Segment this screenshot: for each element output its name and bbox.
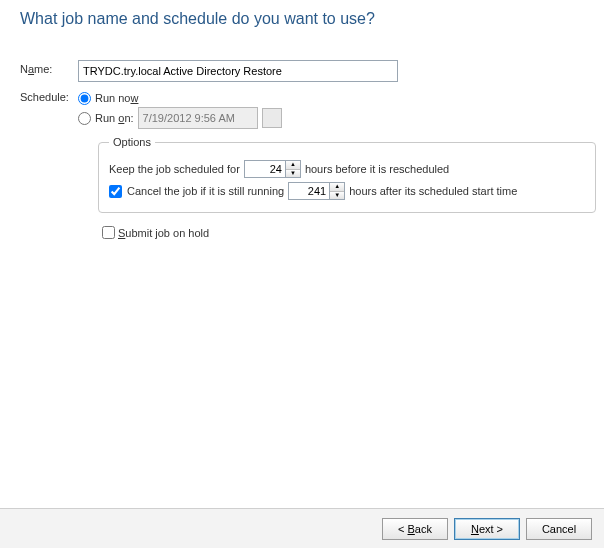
run-now-radio[interactable] xyxy=(78,92,91,105)
cancel-hours-spin-btns: ▲ ▼ xyxy=(329,182,345,200)
options-legend: Options xyxy=(109,136,155,148)
name-label-pre: N xyxy=(20,63,28,75)
keep-hours-spinner[interactable]: ▲ ▼ xyxy=(244,160,301,178)
job-name-input[interactable] xyxy=(78,60,398,82)
back-button[interactable]: < Back xyxy=(382,518,448,540)
keep-scheduled-line: Keep the job scheduled for ▲ ▼ hours bef… xyxy=(109,158,585,180)
keep-hours-down-icon[interactable]: ▼ xyxy=(286,170,300,178)
run-on-date-input xyxy=(138,107,258,129)
back-pre: < xyxy=(398,523,407,535)
submit-hold-label: Submit job on hold xyxy=(118,227,209,239)
cancel-post-text: hours after its scheduled start time xyxy=(349,185,517,197)
back-u: B xyxy=(408,523,415,535)
cancel-hours-spinner[interactable]: ▲ ▼ xyxy=(288,182,345,200)
schedule-row: Schedule: Run now Run on: xyxy=(20,88,580,128)
run-on-label: Run on: xyxy=(95,112,134,124)
keep-hours-up-icon[interactable]: ▲ xyxy=(286,161,300,170)
keep-pre-text: Keep the job scheduled for xyxy=(109,163,240,175)
run-now-line: Run now xyxy=(78,88,580,108)
run-now-pre: Run no xyxy=(95,92,130,104)
page-title: What job name and schedule do you want t… xyxy=(20,10,375,28)
submit-hold-line: Submit job on hold xyxy=(98,223,580,242)
cancel-label: Cancel the job if it is still running xyxy=(127,185,284,197)
run-on-radio[interactable] xyxy=(78,112,91,125)
run-on-post: n: xyxy=(124,112,133,124)
schedule-label: Schedule: xyxy=(20,88,78,103)
form-area: Name: Schedule: Run now Run on: xyxy=(20,60,580,242)
name-field-col xyxy=(78,60,580,82)
submit-rest: ubmit job on hold xyxy=(125,227,209,239)
keep-hours-spin-btns: ▲ ▼ xyxy=(285,160,301,178)
keep-hours-input[interactable] xyxy=(244,160,285,178)
next-button[interactable]: Next > xyxy=(454,518,520,540)
submit-hold-checkbox[interactable] xyxy=(102,226,115,239)
wizard-page: What job name and schedule do you want t… xyxy=(0,0,604,548)
cancel-hours-down-icon[interactable]: ▼ xyxy=(330,192,344,200)
name-label: Name: xyxy=(20,60,78,75)
run-on-line: Run on: xyxy=(78,108,580,128)
run-now-label: Run now xyxy=(95,92,138,104)
back-post: ack xyxy=(415,523,432,535)
next-u: N xyxy=(471,523,479,535)
cancel-hours-input[interactable] xyxy=(288,182,329,200)
cancel-pre: ancel the job if it is still running xyxy=(135,185,284,197)
keep-post-text: hours before it is rescheduled xyxy=(305,163,449,175)
name-label-post: me: xyxy=(34,63,52,75)
next-post: ext > xyxy=(479,523,503,535)
cancel-u: C xyxy=(127,185,135,197)
wizard-footer: < Back Next > Cancel xyxy=(0,508,604,548)
run-on-pre: Run xyxy=(95,112,118,124)
cancel-text: Cancel xyxy=(542,523,576,535)
cancel-running-line: Cancel the job if it is still running ▲ … xyxy=(109,180,585,202)
schedule-field-col: Run now Run on: xyxy=(78,88,580,128)
run-now-u: w xyxy=(130,92,138,104)
options-group: Options Keep the job scheduled for ▲ ▼ h… xyxy=(98,136,596,213)
cancel-running-checkbox[interactable] xyxy=(109,185,122,198)
cancel-hours-up-icon[interactable]: ▲ xyxy=(330,183,344,192)
calendar-icon xyxy=(262,108,282,128)
name-row: Name: xyxy=(20,60,580,82)
cancel-button[interactable]: Cancel xyxy=(526,518,592,540)
